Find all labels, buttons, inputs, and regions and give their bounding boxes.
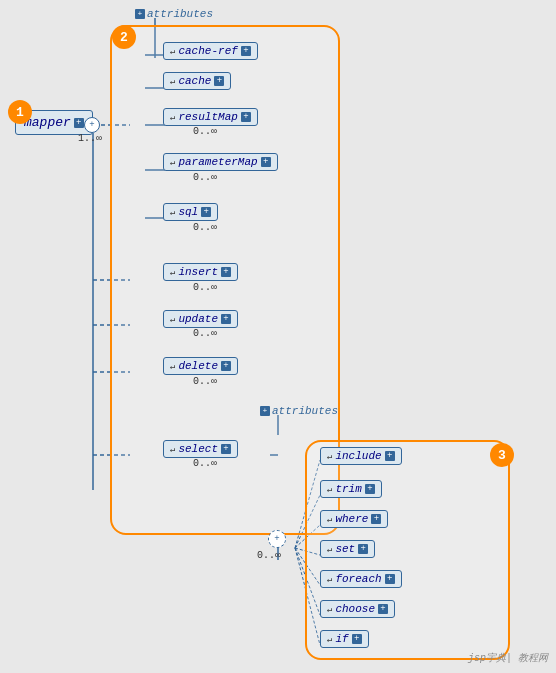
delete-expand-icon[interactable]: +	[221, 361, 231, 371]
mapper-expand-icon[interactable]: +	[74, 118, 84, 128]
connector-1-icon: +	[89, 120, 94, 130]
foreach-arrow: ↵	[327, 574, 332, 585]
delete-node[interactable]: ↵ delete +	[163, 357, 238, 375]
include-expand-icon[interactable]: +	[385, 451, 395, 461]
cache-expand-icon[interactable]: +	[214, 76, 224, 86]
foreach-node[interactable]: ↵ foreach +	[320, 570, 402, 588]
where-expand-icon[interactable]: +	[371, 514, 381, 524]
sql-expand-icon[interactable]: +	[201, 207, 211, 217]
trim-arrow: ↵	[327, 484, 332, 495]
cache-ref-expand-icon[interactable]: +	[241, 46, 251, 56]
parametermap-mult: 0..∞	[193, 172, 217, 183]
resultmap-expand-icon[interactable]: +	[241, 112, 251, 122]
sql-node[interactable]: ↵ sql +	[163, 203, 218, 221]
badge-1: 1	[8, 100, 32, 124]
connector-2-plus-icon: +	[274, 534, 279, 544]
diagram-container: 1 mapper + + 1..∞ 2 + attributes ↵ cache…	[0, 0, 556, 673]
cache-node[interactable]: ↵ cache +	[163, 72, 231, 90]
badge-3: 3	[490, 443, 514, 467]
delete-arrow: ↵	[170, 361, 175, 372]
cache-ref-arrow: ↵	[170, 46, 175, 57]
set-expand-icon[interactable]: +	[358, 544, 368, 554]
attr2-plus-icon: +	[260, 406, 270, 416]
trim-node[interactable]: ↵ trim +	[320, 480, 382, 498]
parametermap-expand-icon[interactable]: +	[261, 157, 271, 167]
parametermap-node[interactable]: ↵ parameterMap +	[163, 153, 278, 171]
attributes-label-1: + attributes	[135, 8, 213, 20]
badge-2: 2	[112, 25, 136, 49]
resultmap-mult: 0..∞	[193, 126, 217, 137]
insert-expand-icon[interactable]: +	[221, 267, 231, 277]
cache-arrow: ↵	[170, 76, 175, 87]
update-mult: 0..∞	[193, 328, 217, 339]
include-arrow: ↵	[327, 451, 332, 462]
connector-1[interactable]: +	[84, 117, 100, 133]
select-arrow: ↵	[170, 444, 175, 455]
choose-expand-icon[interactable]: +	[378, 604, 388, 614]
select-mult: 0..∞	[193, 458, 217, 469]
where-node[interactable]: ↵ where +	[320, 510, 388, 528]
insert-mult: 0..∞	[193, 282, 217, 293]
if-node[interactable]: ↵ if +	[320, 630, 369, 648]
set-arrow: ↵	[327, 544, 332, 555]
sql-mult: 0..∞	[193, 222, 217, 233]
trim-expand-icon[interactable]: +	[365, 484, 375, 494]
attr1-plus-icon: +	[135, 9, 145, 19]
select-expand-icon[interactable]: +	[221, 444, 231, 454]
update-node[interactable]: ↵ update +	[163, 310, 238, 328]
attributes-label-2: + attributes	[260, 405, 338, 417]
set-node[interactable]: ↵ set +	[320, 540, 375, 558]
cache-ref-node[interactable]: ↵ cache-ref +	[163, 42, 258, 60]
where-arrow: ↵	[327, 514, 332, 525]
watermark: jsp宇典| 教程网	[468, 651, 548, 665]
resultmap-arrow: ↵	[170, 112, 175, 123]
insert-node[interactable]: ↵ insert +	[163, 263, 238, 281]
sql-arrow: ↵	[170, 207, 175, 218]
if-arrow: ↵	[327, 634, 332, 645]
choose-arrow: ↵	[327, 604, 332, 615]
connector-2[interactable]: +	[268, 530, 286, 548]
parametermap-arrow: ↵	[170, 157, 175, 168]
choose-node[interactable]: ↵ choose +	[320, 600, 395, 618]
foreach-expand-icon[interactable]: +	[385, 574, 395, 584]
include-node[interactable]: ↵ include +	[320, 447, 402, 465]
mult-1-inf: 1..∞	[78, 133, 102, 144]
delete-mult: 0..∞	[193, 376, 217, 387]
update-arrow: ↵	[170, 314, 175, 325]
if-expand-icon[interactable]: +	[352, 634, 362, 644]
select-node[interactable]: ↵ select +	[163, 440, 238, 458]
resultmap-node[interactable]: ↵ resultMap +	[163, 108, 258, 126]
connector-2-mult: 0..∞	[257, 550, 281, 561]
update-expand-icon[interactable]: +	[221, 314, 231, 324]
insert-arrow: ↵	[170, 267, 175, 278]
